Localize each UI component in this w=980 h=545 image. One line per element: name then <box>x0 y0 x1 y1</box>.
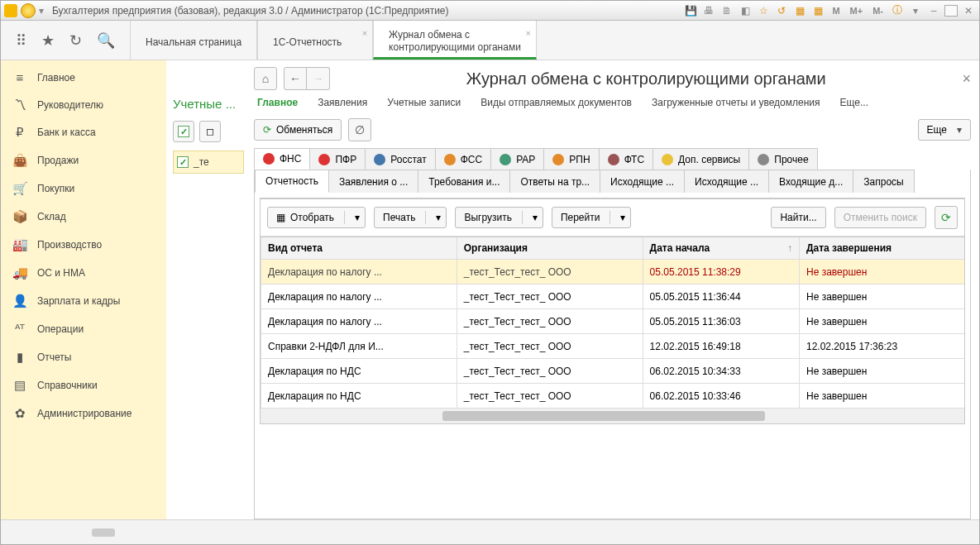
filter-button[interactable]: ▦ Отобрать▾ <box>267 207 366 228</box>
home-button[interactable]: ⌂ <box>254 67 277 90</box>
recipient-tab-7[interactable]: Доп. сервисы <box>653 148 749 170</box>
tab-exchange-label-1: Журнал обмена с <box>389 29 521 41</box>
recipient-tab-5[interactable]: РПН <box>544 148 599 170</box>
recipient-tab-1[interactable]: ПФР <box>310 148 366 170</box>
tab-exchange-journal[interactable]: Журнал обмена сконтролирующими органами× <box>373 21 537 60</box>
goto-button[interactable]: Перейти▾ <box>552 207 632 228</box>
sidebar-item-12[interactable]: ✿Администрирование <box>1 399 166 428</box>
sidebar-item-10[interactable]: ▮Отчеты <box>1 343 166 371</box>
recipient-icon <box>318 154 330 165</box>
subtab-3[interactable]: Виды отправляемых документов <box>480 97 632 108</box>
print-button[interactable]: Печать▾ <box>374 207 447 228</box>
compare-icon[interactable]: ◧ <box>738 3 753 18</box>
recipient-tab-2[interactable]: Росстат <box>366 148 435 170</box>
table-row[interactable]: Декларация по налогу ..._тест_Тест_тест_… <box>261 260 965 284</box>
info-dropdown-icon[interactable]: ▾ <box>908 3 923 18</box>
nav-back-button[interactable]: ← <box>284 67 307 90</box>
sidebar-item-5[interactable]: 📦Склад <box>1 203 166 231</box>
report-grid[interactable]: Вид отчетаОрганизацияДата начала↑Дата за… <box>261 237 964 409</box>
table-row[interactable]: Справки 2-НДФЛ для И..._тест_Тест_тест_ … <box>261 334 965 359</box>
clear-selection-button[interactable]: ◻ <box>199 121 221 142</box>
mem-mminus-button[interactable]: M- <box>869 6 887 16</box>
subcat-tab-2[interactable]: Требования и... <box>418 170 510 193</box>
favorite-icon[interactable]: ☆ <box>756 3 771 18</box>
history-list-icon[interactable]: ↻ <box>69 31 82 50</box>
app-circle-icon[interactable] <box>21 3 36 18</box>
subcat-tab-5[interactable]: Исходящие ... <box>685 170 769 193</box>
subcat-tab-7[interactable]: Запросы <box>853 170 914 193</box>
print-icon[interactable]: 🖶 <box>701 3 716 18</box>
calendar-icon[interactable]: ▦ <box>810 3 825 18</box>
sidebar-item-7[interactable]: 🚚ОС и НМА <box>1 259 166 287</box>
info-icon[interactable]: ⓘ <box>890 3 905 18</box>
recipient-tab-8[interactable]: Прочее <box>749 148 817 170</box>
column-header-3[interactable]: Дата завершения <box>799 237 964 260</box>
search-icon[interactable]: 🔍 <box>97 31 115 50</box>
star-icon[interactable]: ★ <box>41 31 55 50</box>
subtab-4[interactable]: Загруженные отчеты и уведомления <box>652 97 820 108</box>
subtab-1[interactable]: Заявления <box>318 97 367 108</box>
close-window-icon[interactable]: ✕ <box>961 3 976 18</box>
mem-m-button[interactable]: M <box>829 6 843 16</box>
account-checkbox[interactable]: ✓ <box>177 156 189 168</box>
tab-reporting[interactable]: 1С-Отчетность× <box>257 21 373 60</box>
strike-button[interactable]: ∅ <box>348 118 371 141</box>
recipient-tab-6[interactable]: ФТС <box>600 148 653 170</box>
subcat-tab-1[interactable]: Заявления о ... <box>329 170 418 193</box>
sidebar-item-11[interactable]: ▤Справочники <box>1 371 166 399</box>
nav-forward-button[interactable]: → <box>307 67 330 90</box>
minimize-icon[interactable]: – <box>926 3 941 18</box>
subcat-tab-0[interactable]: Отчетность <box>255 170 329 193</box>
table-row[interactable]: Декларация по налогу ..._тест_Тест_тест_… <box>261 284 965 309</box>
refresh-button[interactable]: ⟳ <box>935 206 958 229</box>
horizontal-scrollbar[interactable] <box>261 409 964 423</box>
subcat-tab-4[interactable]: Исходящие ... <box>600 170 685 193</box>
recipient-tab-0[interactable]: ФНС <box>254 148 310 170</box>
cell: Декларация по налогу ... <box>261 284 457 309</box>
tab-home[interactable]: Начальная страница <box>130 21 257 60</box>
export-button[interactable]: Выгрузить▾ <box>455 207 543 228</box>
sidebar-item-9[interactable]: ᴬᵀОперации <box>1 315 166 343</box>
more-button[interactable]: Еще▾ <box>918 119 971 141</box>
scroll-thumb[interactable] <box>442 411 765 421</box>
sidebar-item-6[interactable]: 🏭Производство <box>1 231 166 259</box>
resize-handle[interactable] <box>92 528 115 537</box>
sidebar-item-8[interactable]: 👤Зарплата и кадры <box>1 287 166 315</box>
sidebar-item-2[interactable]: ₽Банк и касса <box>1 118 166 146</box>
sidebar-item-3[interactable]: 👜Продажи <box>1 146 166 174</box>
exchange-button[interactable]: ⟳Обменяться <box>254 119 342 141</box>
sidebar-item-0[interactable]: ≡Главное <box>1 64 166 91</box>
panel-close-icon[interactable]: × <box>962 70 971 88</box>
sidebar-label: Администрирование <box>37 408 131 419</box>
doc-icon[interactable]: 🗎 <box>719 3 734 18</box>
subtab-0[interactable]: Главное <box>257 97 298 108</box>
maximize-icon[interactable] <box>944 5 958 17</box>
column-header-2[interactable]: Дата начала↑ <box>643 237 799 260</box>
subcat-tab-6[interactable]: Входящие д... <box>769 170 853 193</box>
recipient-tab-3[interactable]: ФСС <box>436 148 491 170</box>
apps-grid-icon[interactable]: ⠿ <box>16 31 26 50</box>
column-header-0[interactable]: Вид отчета <box>261 237 457 260</box>
find-button[interactable]: Найти... <box>771 207 825 228</box>
cancel-find-button[interactable]: Отменить поиск <box>834 207 926 228</box>
table-row[interactable]: Декларация по НДС_тест_Тест_тест_ ООО06.… <box>261 384 965 409</box>
save-icon[interactable]: 💾 <box>683 3 698 18</box>
sidebar-icon: ▤ <box>12 378 27 393</box>
subtab-5[interactable]: Еще... <box>840 97 868 108</box>
tab-close-icon[interactable]: × <box>362 27 367 40</box>
recipient-tab-4[interactable]: РАР <box>491 148 544 170</box>
sidebar-item-4[interactable]: 🛒Покупки <box>1 174 166 203</box>
column-header-1[interactable]: Организация <box>457 237 643 260</box>
table-row[interactable]: Декларация по НДС_тест_Тест_тест_ ООО06.… <box>261 359 965 384</box>
calculator-icon[interactable]: ▦ <box>792 3 807 18</box>
account-row[interactable]: ✓ _те <box>173 151 244 174</box>
table-row[interactable]: Декларация по налогу ..._тест_Тест_тест_… <box>261 309 965 334</box>
history-icon[interactable]: ↺ <box>774 3 789 18</box>
title-dropdown-icon[interactable]: ▾ <box>39 5 49 17</box>
subtab-2[interactable]: Учетные записи <box>387 97 461 108</box>
select-all-button[interactable]: ✓ <box>173 121 194 142</box>
subcat-tab-3[interactable]: Ответы на тр... <box>510 170 600 193</box>
mem-mplus-button[interactable]: M+ <box>847 6 867 16</box>
sidebar-item-1[interactable]: 〽Руководителю <box>1 91 166 118</box>
tab-close-icon[interactable]: × <box>525 27 530 40</box>
